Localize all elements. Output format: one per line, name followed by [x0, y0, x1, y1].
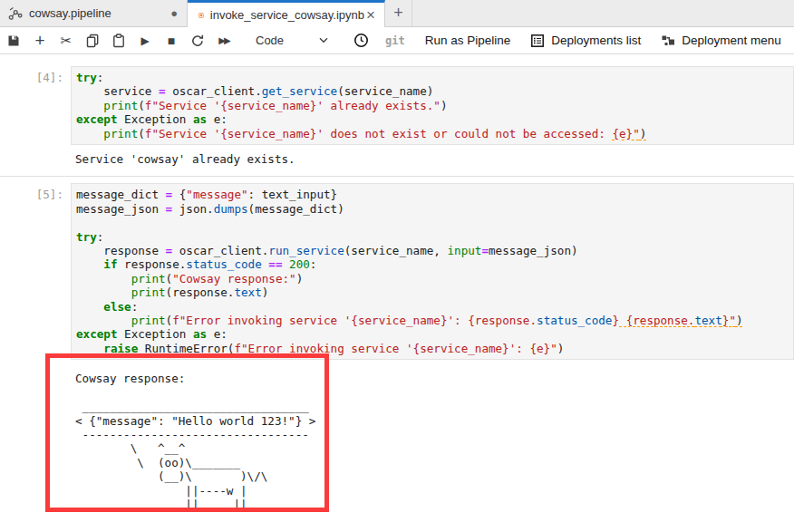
code-line: if response.status_code == 200: — [76, 257, 789, 271]
copy-icon — [85, 34, 100, 48]
copy-cell-button[interactable] — [82, 29, 103, 53]
code-token: e: — [207, 327, 228, 341]
code-token: input — [447, 244, 481, 257]
code-token: f"Error invoking service '{service_name}… — [172, 314, 537, 327]
code-token: text — [694, 314, 721, 327]
pipeline-icon — [8, 6, 23, 21]
new-tab-button[interactable]: + — [385, 0, 412, 26]
output-text-4: Service 'cowsay' already exists. — [71, 151, 794, 168]
code-editor-4[interactable]: try: service = oscar_client.get_service(… — [71, 66, 794, 145]
notebook-toolbar: + ✂ ▶ ■ ▶▶ — [0, 27, 794, 54]
code-token: else — [103, 300, 131, 314]
run-all-cells-button[interactable]: ▶▶ — [213, 29, 235, 53]
run-cell-button[interactable]: ▶ — [134, 29, 156, 53]
code-token: status_code — [186, 257, 261, 271]
output-cell-5: Cowsay response: _______________________… — [0, 371, 794, 513]
code-cell-5: [5]: message_dict = {"message": text_inp… — [0, 183, 794, 360]
unsaved-indicator-icon: ● — [170, 7, 178, 19]
code-token: : — [97, 230, 104, 244]
deployment-menu-button[interactable]: Deployment menu — [661, 34, 781, 48]
cell-separator — [0, 176, 794, 177]
code-token: status_code — [537, 314, 612, 327]
code-token: f"Service '{service_name}' does not exis… — [145, 127, 613, 140]
play-icon: ▶ — [140, 35, 149, 46]
code-token: run_service — [268, 244, 344, 257]
code-token — [76, 272, 131, 285]
output-text-5: Cowsay response: _______________________… — [71, 371, 794, 513]
chevron-down-icon — [319, 37, 328, 44]
interrupt-kernel-button[interactable]: ■ — [160, 29, 182, 53]
deployments-list-button[interactable]: Deployments list — [530, 34, 641, 48]
code-line: try: — [76, 71, 789, 84]
code-token — [76, 257, 103, 271]
code-token: response — [76, 244, 166, 257]
scissors-icon: ✂ — [61, 34, 73, 47]
code-token: message_dict — [76, 188, 166, 201]
code-token: dumps — [214, 202, 248, 216]
cell-type-value: Code — [250, 34, 319, 47]
code-token: service — [76, 84, 159, 98]
tab-pipeline[interactable]: cowsay.pipeline ● — [0, 0, 188, 26]
code-token — [283, 257, 290, 271]
code-token: ( — [138, 99, 145, 112]
cell-type-dropdown[interactable]: Code — [250, 30, 328, 52]
code-line: message_dict = {"message": text_input} — [76, 188, 789, 201]
clock-icon — [353, 33, 369, 48]
code-token: as — [193, 112, 207, 126]
code-token: ) — [441, 99, 448, 112]
paste-icon — [111, 34, 126, 48]
code-line: print(f"Service '{service_name}' does no… — [76, 127, 789, 140]
code-token: == — [268, 257, 282, 271]
paste-cell-button[interactable] — [108, 29, 130, 53]
code-line: try: — [76, 230, 789, 244]
code-token: ) — [736, 314, 743, 327]
tab-bar-spacer — [412, 0, 794, 26]
close-icon[interactable]: × — [364, 7, 377, 23]
code-token: try — [76, 230, 97, 244]
schedule-button[interactable] — [350, 29, 372, 53]
code-token: }" — [722, 314, 736, 327]
code-token: Exception — [118, 327, 193, 341]
code-editor-5[interactable]: message_dict = {"message": text_input}me… — [71, 183, 794, 360]
code-token: } — [612, 314, 619, 327]
code-token: 200 — [289, 257, 310, 271]
code-token: : — [97, 71, 104, 84]
output-prompt-5 — [0, 371, 71, 513]
code-token — [76, 99, 103, 112]
code-line: service = oscar_client.get_service(servi… — [76, 84, 789, 98]
code-token: text — [234, 285, 261, 299]
save-button[interactable] — [3, 29, 24, 53]
code-token: RuntimeError( — [138, 342, 234, 355]
code-token: response. — [118, 257, 187, 271]
code-token: print — [103, 127, 138, 140]
cut-cell-button[interactable]: ✂ — [55, 29, 77, 53]
code-line: print(f"Service '{service_name}' already… — [76, 99, 789, 112]
code-token: json. — [172, 202, 214, 216]
save-icon — [6, 34, 21, 48]
code-token: : text_input} — [248, 188, 338, 201]
code-line: print(f"Error invoking service '{service… — [76, 314, 789, 327]
code-token — [76, 285, 131, 299]
code-token: oscar_client. — [172, 244, 268, 257]
code-token: message_json — [76, 202, 166, 216]
stop-icon: ■ — [168, 34, 175, 47]
code-token — [76, 127, 103, 140]
code-token: ( — [138, 127, 145, 140]
code-cell-4: [4]: try: service = oscar_client.get_ser… — [0, 66, 794, 145]
code-token: print — [131, 285, 166, 299]
tab-bar: cowsay.pipeline ● invoke_service_cowsay.… — [0, 0, 794, 27]
plus-icon: + — [34, 32, 44, 49]
code-token: get_service — [262, 84, 337, 98]
tab-notebook[interactable]: invoke_service_cowsay.ipynb × — [188, 0, 385, 27]
execution-count-5: [5]: — [0, 183, 71, 201]
code-token: (message_dict) — [248, 202, 344, 216]
restart-kernel-button[interactable] — [187, 29, 208, 53]
code-token: oscar_client. — [166, 84, 262, 98]
code-line: else: — [76, 300, 789, 314]
notebook-panel: [4]: try: service = oscar_client.get_ser… — [0, 54, 794, 513]
add-cell-button[interactable]: + — [29, 29, 51, 53]
code-token: try — [76, 71, 97, 84]
code-line: response = oscar_client.run_service(serv… — [76, 244, 789, 257]
run-as-pipeline-button[interactable]: Run as Pipeline — [425, 34, 511, 47]
code-token: ) — [262, 285, 269, 299]
